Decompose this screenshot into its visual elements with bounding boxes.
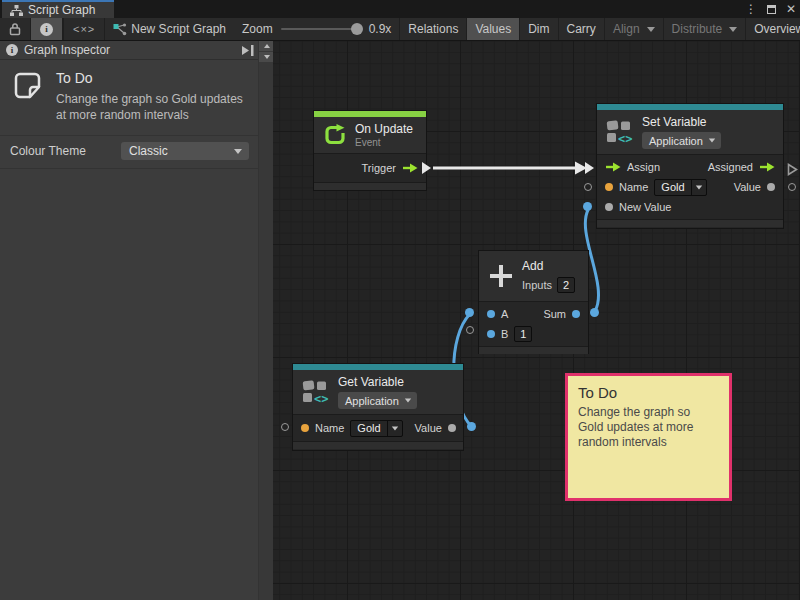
inspector-toggle-button[interactable]: i — [31, 18, 63, 40]
variables-icon: <> — [606, 120, 634, 145]
port-a-in[interactable] — [465, 308, 474, 317]
port-assign-in[interactable] — [585, 162, 594, 174]
variables-icon: <> — [302, 380, 330, 405]
variable-name-dropdown[interactable]: Gold — [654, 179, 706, 196]
flow-arrow-icon — [402, 163, 418, 173]
scope-value: Application — [345, 395, 399, 407]
zoom-control: Zoom 0.9x — [234, 18, 399, 40]
sticky-note[interactable]: To Do Change the graph so Gold updates a… — [565, 373, 732, 501]
variable-scope-dropdown[interactable]: Application — [338, 392, 417, 409]
node-title: On Update — [355, 122, 413, 137]
sum-port-icon[interactable] — [572, 310, 580, 318]
b-port-icon[interactable] — [487, 330, 495, 338]
align-label: Align — [613, 22, 640, 36]
relations-button[interactable]: Relations — [399, 18, 467, 40]
port-new-value-in[interactable] — [583, 202, 592, 211]
scope-value: Application — [649, 135, 703, 147]
close-icon[interactable]: ✕ — [786, 3, 796, 15]
info-icon: i — [40, 23, 53, 36]
inspector-title: Graph Inspector — [24, 43, 110, 57]
port-name-in[interactable] — [584, 183, 592, 191]
name-port-icon[interactable] — [605, 183, 613, 191]
value-port-icon[interactable] — [448, 424, 456, 432]
overview-button[interactable]: Overview — [746, 18, 800, 40]
port-label-assign: Assign — [627, 161, 660, 173]
inspector-header: i Graph Inspector — [0, 41, 273, 60]
port-assigned-out[interactable] — [787, 162, 798, 180]
sticky-note-title: To Do — [578, 384, 719, 401]
variable-scope-dropdown[interactable]: Application — [642, 132, 721, 149]
node-title: Add — [522, 259, 575, 274]
value-port-icon[interactable] — [767, 183, 775, 191]
node-footer — [293, 441, 463, 449]
chevron-down-icon — [647, 27, 655, 32]
carry-button[interactable]: Carry — [559, 18, 605, 40]
graph-canvas[interactable]: On Update Event Trigger — [273, 41, 800, 600]
colour-theme-row: Colour Theme Classic — [0, 136, 273, 169]
port-label-assigned: Assigned — [708, 161, 753, 173]
tab-strip: Script Graph ⋮ ✕ — [0, 0, 800, 18]
node-subtitle: Event — [355, 137, 413, 148]
triangle-down-icon — [264, 55, 270, 59]
new-value-port-icon[interactable] — [605, 203, 613, 211]
dim-button[interactable]: Dim — [520, 18, 558, 40]
inputs-label: Inputs — [522, 279, 552, 291]
loop-icon — [323, 123, 347, 147]
align-button[interactable]: Align — [605, 18, 664, 40]
port-value-out[interactable] — [788, 183, 796, 191]
name-port-icon[interactable] — [301, 424, 309, 432]
colour-theme-dropdown[interactable]: Classic — [121, 142, 249, 160]
plus-icon — [488, 263, 514, 289]
inputs-count-field[interactable]: 2 — [557, 277, 575, 293]
chevron-down-icon — [695, 185, 701, 189]
maximize-icon[interactable] — [767, 5, 776, 14]
menu-icon[interactable]: ⋮ — [745, 3, 757, 15]
port-label-value: Value — [415, 422, 442, 434]
zoom-label: Zoom — [242, 22, 273, 36]
flow-arrow-icon — [759, 162, 775, 172]
colour-theme-label: Colour Theme — [10, 144, 121, 158]
node-get-variable[interactable]: <> Get Variable Application Name Gold — [292, 363, 464, 451]
port-get-value-out[interactable] — [467, 422, 476, 431]
b-value-field[interactable]: 1 — [514, 326, 532, 342]
zoom-slider[interactable] — [281, 28, 361, 30]
lock-button[interactable] — [0, 18, 31, 40]
variable-name-value: Gold — [351, 421, 386, 436]
chevron-down-icon — [391, 426, 397, 430]
svg-text:<>: <> — [618, 132, 632, 145]
distribute-button[interactable]: Distribute — [664, 18, 747, 40]
tab-script-graph[interactable]: Script Graph — [2, 0, 114, 18]
todo-title: To Do — [56, 70, 256, 86]
port-label-value: Value — [734, 181, 761, 193]
node-footer — [479, 346, 588, 354]
values-button[interactable]: Values — [467, 18, 520, 40]
inspector-scrollbar[interactable] — [258, 41, 273, 600]
code-view-button[interactable]: <×> — [63, 18, 105, 40]
sticky-note-text: Change the graph so Gold updates at more… — [578, 405, 719, 450]
chevron-down-icon — [709, 139, 715, 143]
variable-name-dropdown[interactable]: Gold — [350, 420, 402, 437]
port-label-b: B — [501, 328, 508, 340]
node-set-variable[interactable]: <> Set Variable Application Assign — [596, 103, 784, 229]
port-label-sum: Sum — [543, 308, 566, 320]
inspector-info-icon: i — [6, 44, 18, 56]
scroll-up-button[interactable] — [259, 41, 274, 51]
a-port-icon[interactable] — [487, 310, 495, 318]
zoom-slider-handle[interactable] — [351, 23, 363, 35]
script-graph-icon — [10, 5, 23, 16]
carry-label: Carry — [567, 22, 596, 36]
scroll-down-button[interactable] — [259, 52, 274, 62]
dock-icon[interactable] — [241, 44, 255, 60]
port-get-name-in[interactable] — [281, 423, 289, 431]
zoom-value: 0.9x — [369, 22, 392, 36]
port-sum-out[interactable] — [590, 308, 599, 317]
port-label-trigger: Trigger — [362, 162, 396, 174]
code-icon: <×> — [73, 23, 95, 35]
port-b-in[interactable] — [466, 326, 474, 334]
todo-summary: To Do Change the graph so Gold updates a… — [0, 60, 273, 131]
node-on-update[interactable]: On Update Event Trigger — [313, 110, 427, 191]
node-add[interactable]: Add Inputs 2 A Sum B — [478, 250, 589, 354]
new-script-graph-button[interactable]: New Script Graph — [105, 18, 234, 40]
relations-label: Relations — [408, 22, 458, 36]
port-trigger-out[interactable] — [422, 162, 431, 174]
